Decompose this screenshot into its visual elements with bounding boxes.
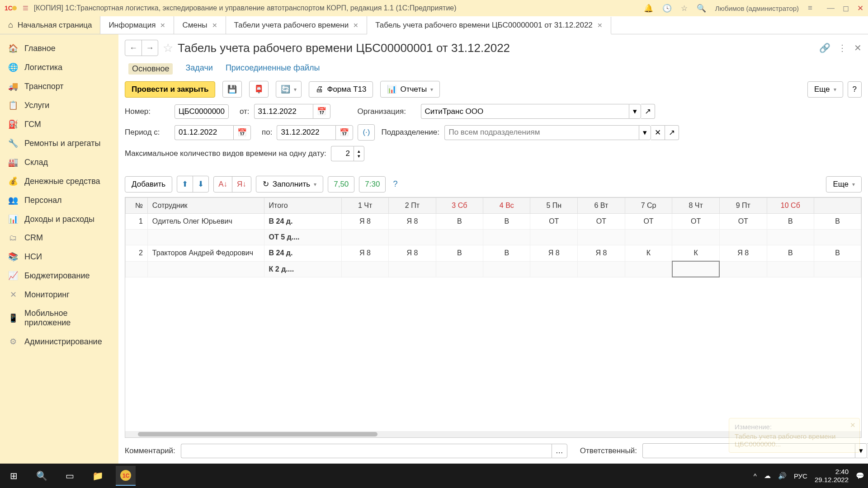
start-button[interactable]: ⊞	[4, 466, 24, 486]
create-based-on-button[interactable]: 🔄 ▾	[276, 81, 302, 98]
grid-more-button[interactable]: Еще ▾	[826, 176, 862, 192]
cell-day[interactable]: К	[672, 245, 720, 262]
help-icon[interactable]: ?	[393, 179, 397, 189]
favorite-star-icon[interactable]: ☆	[163, 41, 173, 55]
col-num[interactable]: №	[126, 198, 148, 214]
period-from-input[interactable]	[175, 125, 233, 140]
cell-day[interactable]: В	[767, 214, 814, 230]
col-day-2[interactable]: 2 Пт	[389, 198, 436, 214]
back-button[interactable]: ←	[125, 40, 142, 56]
cell-day[interactable]: ОТ	[578, 214, 625, 230]
period-select-button[interactable]: (·)	[358, 124, 375, 141]
spinner-buttons[interactable]: ▴▾	[354, 146, 364, 161]
post-close-button[interactable]: Провести и закрыть	[125, 81, 215, 98]
tab-info[interactable]: Информация ✕	[100, 16, 174, 34]
tab-close-icon[interactable]: ✕	[212, 22, 217, 29]
post-button[interactable]: 📮	[249, 81, 269, 98]
open-icon[interactable]: ↗	[641, 104, 655, 119]
sort-asc-button[interactable]: A↓	[214, 177, 232, 192]
link-icon[interactable]: 🔗	[819, 42, 830, 53]
table-row-sub[interactable]: ОТ 5 д....	[126, 230, 861, 245]
from-date-input[interactable]	[254, 104, 313, 119]
sidebar-item-mobile[interactable]: 📱Мобильное приложение	[0, 304, 118, 332]
subtab-files[interactable]: Присоединенные файлы	[226, 63, 320, 75]
sidebar-item-main[interactable]: 🏠Главное	[0, 39, 118, 58]
cell-day[interactable]: В	[436, 245, 483, 262]
org-input[interactable]	[421, 104, 629, 119]
sidebar-item-budget[interactable]: 📈Бюджетирование	[0, 266, 118, 285]
tab-close-icon[interactable]: ✕	[353, 22, 359, 29]
col-day-1[interactable]: 1 Чт	[341, 198, 388, 214]
explorer-button[interactable]: 📁	[88, 466, 108, 486]
move-down-button[interactable]: ⬇	[193, 176, 208, 192]
sidebar-item-nsi[interactable]: 📚НСИ	[0, 247, 118, 266]
search-button[interactable]: 🔍	[32, 466, 52, 486]
app-1c-button[interactable]: 1C	[116, 466, 136, 486]
move-up-button[interactable]: ⬆	[177, 176, 193, 192]
cell-day[interactable]: В	[483, 214, 530, 230]
sidebar-item-personnel[interactable]: 👥Персонал	[0, 191, 118, 210]
sidebar-item-transport[interactable]: 🚚Транспорт	[0, 77, 118, 96]
col-day-9[interactable]: 9 Пт	[719, 198, 767, 214]
col-day-5[interactable]: 5 Пн	[530, 198, 578, 214]
scrollbar-thumb[interactable]	[138, 432, 377, 436]
star-icon[interactable]: ☆	[681, 4, 688, 13]
sidebar-item-monitoring[interactable]: ✕Мониторинг	[0, 285, 118, 304]
dept-input[interactable]	[444, 125, 639, 140]
sidebar-item-money[interactable]: 💰Денежные средства	[0, 172, 118, 191]
more-icon[interactable]: ⋮	[838, 42, 847, 53]
sidebar-item-crm[interactable]: 🗂CRM	[0, 229, 118, 247]
bell-icon[interactable]: 🔔	[644, 4, 653, 13]
search-icon[interactable]: 🔍	[697, 4, 706, 13]
cell-day[interactable]: ОТ	[672, 214, 720, 230]
dropdown-icon[interactable]: ▾	[639, 125, 651, 140]
tab-home[interactable]: ⌂ Начальная страница	[0, 16, 100, 34]
cell-day[interactable]: В	[814, 245, 861, 262]
taskbar-clock[interactable]: 2:40 29.12.2022	[815, 468, 849, 484]
cell-day[interactable]: В	[483, 245, 530, 262]
sidebar-item-services[interactable]: 📋Услуги	[0, 96, 118, 115]
cell-day[interactable]: Я 8	[389, 245, 436, 262]
more-button[interactable]: Еще ▾	[807, 81, 843, 98]
tab-close-icon[interactable]: ✕	[597, 22, 603, 29]
open-icon[interactable]: ↗	[665, 125, 679, 140]
calendar-icon[interactable]: 📅	[335, 125, 353, 140]
tray-notifications-icon[interactable]: 💬	[856, 472, 864, 480]
tab-shifts[interactable]: Смены ✕	[174, 16, 226, 34]
save-button[interactable]: 💾	[222, 81, 242, 98]
forward-button[interactable]: →	[142, 40, 158, 56]
cell-day[interactable]: Я 8	[341, 214, 388, 230]
table-row[interactable]: 1 Одитель Олег Юрьевич В 24 д. Я 8 Я 8 В…	[126, 214, 861, 230]
clear-icon[interactable]: ✕	[651, 125, 665, 140]
settings-icon[interactable]: ≡	[808, 4, 812, 13]
col-day-more[interactable]	[814, 198, 861, 214]
form-t13-button[interactable]: 🖨 Форма Т13	[309, 81, 373, 98]
number-input[interactable]	[175, 104, 229, 119]
subtab-tasks[interactable]: Задачи	[185, 63, 212, 75]
user-label[interactable]: Любимов (администратор)	[715, 5, 799, 12]
sidebar-item-fuel[interactable]: ⛽ГСМ	[0, 115, 118, 134]
col-day-7[interactable]: 7 Ср	[625, 198, 672, 214]
tray-lang[interactable]: РУС	[794, 472, 807, 480]
cell-selected[interactable]	[672, 261, 720, 277]
tray-volume-icon[interactable]: 🔊	[778, 472, 787, 480]
close-page-icon[interactable]: ✕	[854, 42, 862, 53]
cell-day[interactable]: В	[436, 214, 483, 230]
fill-button[interactable]: ↻ Заполнить ▾	[256, 176, 323, 192]
hours-time[interactable]: 7:30	[359, 176, 386, 192]
tab-timesheets[interactable]: Табели учета рабочего времени ✕	[226, 16, 368, 34]
sidebar-item-warehouse[interactable]: 🏭Склад	[0, 153, 118, 172]
cell-day[interactable]: Я 8	[341, 245, 388, 262]
menu-icon[interactable]: ≡	[23, 2, 28, 14]
taskview-button[interactable]: ▭	[60, 466, 80, 486]
minimize-icon[interactable]: —	[827, 4, 835, 13]
cell-day[interactable]: ОТ	[625, 214, 672, 230]
tab-close-icon[interactable]: ✕	[160, 22, 165, 29]
table-row[interactable]: 2 Тракторов Андрей Федорович В 24 д. Я 8…	[126, 245, 861, 262]
subtab-main[interactable]: Основное	[128, 63, 173, 75]
max-types-input[interactable]	[331, 146, 354, 161]
dropdown-icon[interactable]: ▾	[629, 104, 641, 119]
notification-close-icon[interactable]: ✕	[850, 421, 856, 429]
col-day-3[interactable]: 3 Сб	[436, 198, 483, 214]
col-total[interactable]: Итого	[264, 198, 341, 214]
